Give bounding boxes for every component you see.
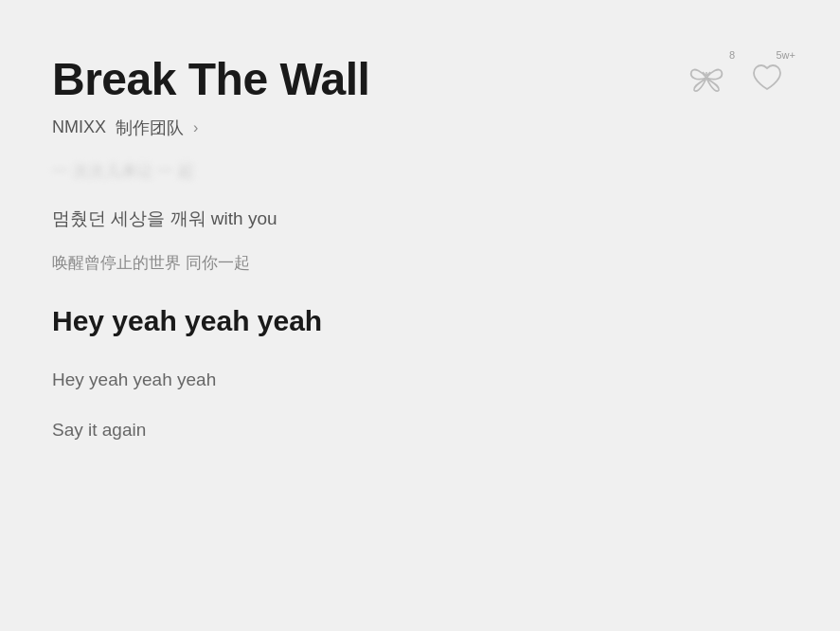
title-section: Break The Wall NMIXX 制作团队 ›: [52, 52, 686, 139]
heart-group[interactable]: 5w+: [746, 57, 788, 99]
lyrics-korean-line: 멈췄던 세상을 깨워 with you: [52, 205, 788, 233]
butterfly-group[interactable]: 8: [686, 57, 727, 99]
icons-area: 8 5w+: [686, 52, 788, 99]
heart-icon[interactable]: [746, 57, 788, 99]
lyrics-section: 一 次次儿来让 一 起 멈췄던 세상을 깨워 with you 唤醒曾停止的世界…: [52, 158, 788, 445]
page-container: Break The Wall NMIXX 制作团队 › 8: [0, 0, 840, 631]
butterfly-icon[interactable]: [686, 57, 727, 99]
chevron-right-icon: ›: [193, 119, 198, 136]
lyrics-regular-line: Hey yeah yeah yeah: [52, 366, 788, 394]
artist-info[interactable]: NMIXX 制作团队 ›: [52, 117, 686, 139]
song-title: Break The Wall: [52, 52, 686, 107]
lyrics-last-line: Say it again: [52, 416, 788, 444]
butterfly-count: 8: [729, 49, 735, 61]
artist-name: NMIXX: [52, 117, 106, 137]
lyrics-bold-line: Hey yeah yeah yeah: [52, 302, 788, 339]
heart-count: 5w+: [777, 49, 796, 61]
lyrics-blurred-line: 一 次次儿来让 一 起: [52, 158, 788, 184]
header-area: Break The Wall NMIXX 制作团队 › 8: [52, 52, 788, 139]
lyrics-chinese-line: 唤醒曾停止的世界 同你一起: [52, 250, 788, 276]
producer-label: 制作团队: [116, 117, 184, 139]
